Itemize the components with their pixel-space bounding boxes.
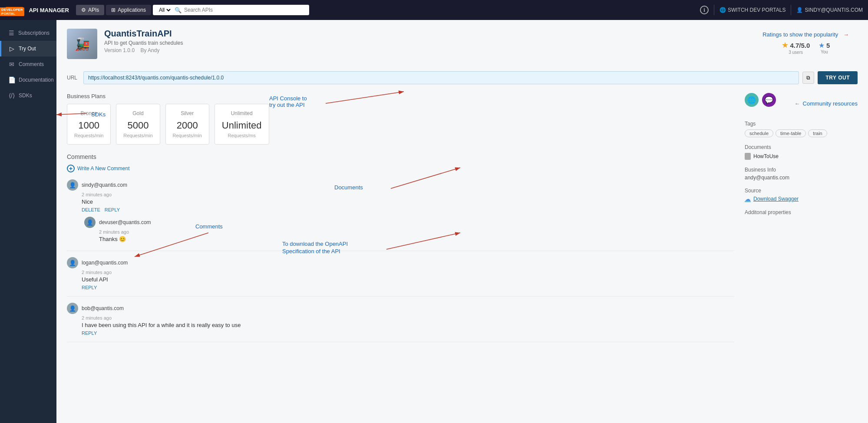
- documentation-icon: 📄: [8, 76, 15, 83]
- user-menu[interactable]: 👤 SINDY@QUANTIS.COM: [796, 7, 863, 13]
- sidebar-item-label: SDKs: [19, 93, 32, 99]
- business-info-section: Business Info andy@quantis.com: [745, 167, 858, 181]
- search-input[interactable]: [184, 7, 305, 13]
- sidebar-item-documentation[interactable]: 📄 Documentation: [0, 72, 56, 88]
- avg-rating-box: ★ 4.7/5.0 3 users: [782, 40, 810, 55]
- business-info-label: Business Info: [745, 167, 858, 173]
- community-icons: 🌐 💬: [745, 93, 776, 107]
- community-arrow: ←: [795, 100, 800, 107]
- download-icon: ☁: [745, 195, 751, 202]
- info-icon-button[interactable]: ℹ: [700, 6, 709, 14]
- avatar: 👤: [67, 303, 78, 314]
- reply-item: 👤 devuser@quantis.com 2 minutes ago Than…: [84, 217, 734, 242]
- sidebar-item-subscriptions[interactable]: ☰ Subscriptions: [0, 25, 56, 41]
- sidebar-item-comments[interactable]: ✉ Comments: [0, 56, 56, 72]
- source-section: Source ☁ Download Swagger: [745, 188, 858, 202]
- plan-count: 5000: [123, 120, 152, 131]
- comment-item: 👤 bob@quantis.com 2 minutes ago I have b…: [67, 303, 734, 342]
- reply-header: 👤 devuser@quantis.com: [84, 217, 734, 228]
- comment-time: 2 minutes ago: [82, 270, 734, 275]
- blue-star-icon: ★: [818, 42, 825, 49]
- plan-silver: Silver 2000 Requests/min: [165, 104, 209, 145]
- comment-text: I have been using this API for a while a…: [82, 322, 734, 328]
- plan-gold: Gold 5000 Requests/min: [116, 104, 160, 145]
- dev-portal-badge: DEVELOPER PORTAL: [0, 7, 24, 16]
- business-plans-section: Business Plans Bronze 1000 Requests/min …: [67, 93, 734, 145]
- plan-name: Gold: [123, 110, 152, 116]
- comments-section: Comments + Write A New Comment 👤 sindy@q…: [67, 153, 734, 342]
- tags-label: Tags: [745, 121, 858, 127]
- switch-portals-button[interactable]: 🌐 SWITCH DEV PORTALS: [719, 7, 786, 13]
- url-input[interactable]: [83, 71, 799, 84]
- applications-nav-button[interactable]: ⊞ Applications: [106, 5, 151, 15]
- api-author: By Andy: [140, 47, 159, 53]
- user-rating-box: ★ 5 You: [818, 41, 830, 54]
- community-section: 🌐 💬 ← Community resources: [745, 93, 858, 114]
- reply-action[interactable]: REPLY: [82, 285, 97, 290]
- comment-actions: REPLY: [82, 285, 734, 290]
- plan-unit: Requests/ms: [222, 133, 262, 138]
- copy-url-button[interactable]: ⧉: [802, 72, 814, 84]
- sidebar-item-sdks[interactable]: ⟨/⟩ SDKs: [0, 88, 56, 103]
- user-rating-value: 5: [826, 42, 830, 49]
- tags-section: Tags schedule time-table train: [745, 121, 858, 137]
- search-filter-select[interactable]: All: [157, 7, 172, 13]
- sidebar-item-label: Subscriptions: [18, 30, 50, 36]
- doc-item: HowToUse: [745, 153, 858, 160]
- doc-name[interactable]: HowToUse: [753, 153, 779, 159]
- write-comment-button[interactable]: + Write A New Comment: [67, 165, 734, 172]
- reply-user: devuser@quantis.com: [99, 219, 151, 225]
- avg-rating-value: 4.7/5.0: [790, 42, 810, 49]
- tag-schedule[interactable]: schedule: [745, 129, 773, 137]
- search-bar: All 🔍: [153, 5, 309, 15]
- community-label-area: ← Community resources: [795, 100, 858, 107]
- community-globe-icon[interactable]: 🌐: [745, 93, 759, 107]
- sidebar-item-tryout[interactable]: ▷ Try Out: [0, 41, 56, 56]
- try-out-button[interactable]: TRY OUT: [818, 71, 858, 84]
- nav-divider: [714, 5, 714, 15]
- delete-action[interactable]: DELETE: [82, 207, 100, 212]
- logo-wrap: WSO2 DEVELOPER PORTAL: [5, 7, 23, 14]
- content-inner: 🚂 QuantisTrainAPI API to get Quantis tra…: [56, 20, 868, 357]
- sidebar-item-label: Comments: [19, 61, 44, 67]
- plan-name: Bronze: [74, 110, 103, 116]
- url-label: URL: [67, 75, 80, 81]
- plan-bronze: Bronze 1000 Requests/min: [67, 104, 111, 145]
- comment-actions: REPLY: [82, 330, 734, 336]
- tryout-icon: ▷: [8, 45, 15, 52]
- comment-actions: DELETE REPLY: [82, 207, 734, 212]
- reply-time: 2 minutes ago: [99, 229, 734, 235]
- reply-action[interactable]: REPLY: [105, 207, 120, 212]
- api-description: API to get Quantis train schedules: [104, 40, 183, 46]
- source-label: Source: [745, 188, 858, 194]
- main-column: Business Plans Bronze 1000 Requests/min …: [67, 93, 734, 348]
- nav-divider-2: [791, 5, 791, 15]
- tags-list: schedule time-table train: [745, 129, 858, 137]
- api-meta: Version 1.0.0 By Andy: [104, 47, 183, 53]
- sidebar-item-label: Documentation: [19, 77, 54, 83]
- comment-header: 👤 bob@quantis.com: [67, 303, 734, 314]
- api-header-row: 🚂 QuantisTrainAPI API to get Quantis tra…: [67, 29, 858, 66]
- write-comment-label: Write A New Comment: [77, 165, 129, 172]
- community-forum-icon[interactable]: 💬: [762, 93, 776, 107]
- comment-user: logan@quantis.com: [82, 260, 128, 266]
- plans-grid: Bronze 1000 Requests/min Gold 5000 Reque…: [67, 104, 734, 145]
- reply-action[interactable]: REPLY: [82, 330, 97, 336]
- tag-timetable[interactable]: time-table: [776, 129, 806, 137]
- tag-train[interactable]: train: [808, 129, 827, 137]
- download-swagger-link[interactable]: ☁ Download Swagger: [745, 195, 858, 202]
- apis-nav-button[interactable]: ⚙ APIs: [76, 5, 104, 15]
- grid-icon: ⊞: [111, 7, 116, 13]
- comment-header: 👤 logan@quantis.com: [67, 257, 734, 268]
- api-thumbnail-img: 🚂: [67, 29, 97, 59]
- api-header: 🚂 QuantisTrainAPI API to get Quantis tra…: [67, 29, 183, 59]
- two-col-layout: Business Plans Bronze 1000 Requests/min …: [67, 93, 858, 348]
- subscriptions-icon: ☰: [8, 30, 15, 36]
- reply-text: Thanks 😊: [99, 236, 734, 242]
- api-name: QuantisTrainAPI: [104, 29, 183, 39]
- gear-icon: ⚙: [81, 7, 86, 13]
- comments-icon: ✉: [8, 61, 15, 68]
- documents-section: Documents HowToUse: [745, 144, 858, 160]
- plan-name: Unlimited: [222, 110, 262, 116]
- plans-title: Business Plans: [67, 93, 734, 99]
